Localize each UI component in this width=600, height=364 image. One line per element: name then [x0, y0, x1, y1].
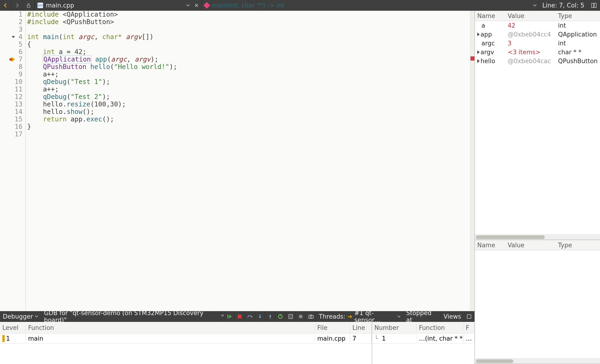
line-number[interactable]: 6 [19, 48, 22, 56]
restart-button[interactable] [275, 311, 286, 322]
nav-back-button[interactable] [0, 0, 11, 11]
watch-header-name[interactable]: Name [475, 242, 505, 249]
expand-icon[interactable] [477, 59, 480, 63]
code-editor[interactable]: 1234567891011121314151617 #include <QApp… [0, 11, 475, 311]
debug-log-button[interactable] [285, 311, 296, 322]
line-number[interactable]: 7 [19, 56, 22, 63]
threads-section[interactable]: Threads: ➔ #1 qt-sensor… [316, 311, 403, 322]
locals-row[interactable]: a42int [475, 21, 600, 30]
lock-button[interactable] [23, 0, 34, 11]
cpp-file-icon: c++ [38, 3, 43, 8]
stop-button[interactable] [235, 311, 245, 322]
debugger-title-section[interactable]: Debugger [0, 311, 41, 322]
locals-row[interactable]: hello@0xbeb04cacQPushButton [475, 57, 600, 65]
locals-header-type[interactable]: Type [556, 12, 600, 19]
locals-row[interactable]: argc3int [475, 39, 600, 48]
stack-body[interactable]: 1mainmain.cpp7 [0, 334, 372, 343]
function-selector[interactable]: main(int, char **) -> int [202, 0, 531, 11]
svg-rect-3 [227, 315, 228, 318]
locals-row[interactable]: argv<3 items>char * * [475, 48, 600, 57]
code-line[interactable]: int main(int argc, char* argv[]) [27, 33, 470, 41]
stack-header-function[interactable]: Function [26, 324, 315, 331]
line-number[interactable]: 13 [15, 100, 22, 108]
code-line[interactable]: qDebug("Test 1"); [27, 78, 470, 86]
line-number[interactable]: 9 [19, 71, 22, 78]
breakpoint-current-marker[interactable] [12, 57, 15, 62]
watch-header-value[interactable]: Value [505, 242, 556, 249]
code-line[interactable]: a++; [27, 71, 470, 78]
line-number[interactable]: 12 [15, 93, 22, 100]
function-dropdown[interactable] [531, 0, 538, 11]
code-line[interactable]: hello.show(); [27, 108, 470, 116]
step-into-button[interactable] [255, 311, 265, 322]
breakpoints-header: Number Function F [372, 322, 475, 334]
step-out-button[interactable] [265, 311, 275, 322]
code-line[interactable]: #include <QApplication> [27, 11, 470, 18]
var-type: int [556, 22, 600, 29]
line-number[interactable]: 15 [15, 116, 22, 123]
line-number[interactable]: 2 [19, 18, 22, 26]
code-line[interactable]: { [27, 41, 470, 48]
step-over-button[interactable] [245, 311, 255, 322]
editor-overview-ruler[interactable] [470, 11, 475, 311]
bp-header-number[interactable]: Number [372, 324, 417, 331]
var-type: char * * [556, 49, 600, 56]
debugger-target-section[interactable]: GDB for "qt-sensor-demo (on STM32MP15 Di… [41, 311, 221, 322]
breakpoint-row[interactable]: └1…(int, char * *)… [372, 334, 475, 343]
locals-row[interactable]: app@0xbeb04cc4QApplication [475, 30, 600, 39]
code-line[interactable]: QPushButton hello("Hello world!"); [27, 63, 470, 71]
stack-header-line[interactable]: Line [350, 324, 372, 331]
locals-header-name[interactable]: Name [475, 12, 505, 19]
editor-code-area[interactable]: #include <QApplication>#include <QPushBu… [26, 11, 470, 311]
bp-header-rest[interactable]: F [463, 324, 475, 331]
split-editor-button[interactable] [588, 0, 600, 11]
line-number[interactable]: 8 [19, 63, 22, 71]
code-line[interactable]: } [27, 123, 470, 130]
views-button[interactable]: Views [441, 311, 464, 322]
line-number[interactable]: 3 [19, 26, 22, 33]
stack-header-level[interactable]: Level [0, 324, 26, 331]
code-line[interactable]: QApplication app(argc, argv); [27, 56, 470, 63]
editor-gutter[interactable]: 1234567891011121314151617 [0, 11, 26, 311]
code-line[interactable]: hello.resize(100,30); [27, 100, 470, 108]
continue-button[interactable] [224, 311, 235, 322]
file-tab-dropdown[interactable] [185, 0, 192, 11]
record-button[interactable] [296, 311, 306, 322]
file-tab[interactable]: c++ main.cpp [35, 0, 185, 11]
code-line[interactable] [27, 130, 470, 138]
debugger-target-dropdown[interactable] [221, 311, 224, 322]
code-line[interactable] [27, 26, 470, 33]
locals-body[interactable]: a42intapp@0xbeb04cc4QApplicationargc3int… [475, 21, 600, 234]
line-number[interactable]: 10 [15, 78, 22, 86]
stack-header-file[interactable]: File [315, 324, 350, 331]
code-line[interactable]: int a = 42; [27, 48, 470, 56]
line-number[interactable]: 11 [15, 86, 22, 93]
code-line[interactable]: a++; [27, 86, 470, 93]
line-number[interactable]: 17 [15, 130, 22, 138]
breakpoints-body[interactable]: └1…(int, char * *)… [372, 334, 475, 343]
watch-body[interactable] [475, 250, 600, 358]
code-line[interactable]: qDebug("Test 2"); [27, 93, 470, 100]
line-number[interactable]: 16 [15, 123, 22, 130]
line-number[interactable]: 4 [19, 33, 22, 41]
watch-hscrollbar[interactable] [475, 358, 600, 364]
bp-header-function[interactable]: Function [417, 324, 463, 331]
code-line[interactable]: return app.exec(); [27, 116, 470, 123]
line-number[interactable]: 1 [19, 11, 22, 18]
svg-point-11 [299, 315, 303, 318]
code-line[interactable]: #include <QPushButton> [27, 18, 470, 26]
snapshot-button[interactable] [306, 311, 316, 322]
stack-row[interactable]: 1mainmain.cpp7 [0, 334, 372, 343]
fold-toggle-icon[interactable] [12, 36, 15, 38]
locals-header-value[interactable]: Value [505, 12, 556, 19]
line-number[interactable]: 14 [15, 108, 22, 116]
file-tab-close[interactable] [192, 0, 201, 11]
line-number[interactable]: 5 [19, 41, 22, 48]
maximize-button[interactable] [464, 311, 475, 322]
expand-icon[interactable] [477, 33, 480, 36]
locals-hscrollbar[interactable] [475, 234, 600, 240]
thread-arrow-icon: ➔ [347, 313, 352, 320]
expand-icon[interactable] [477, 50, 480, 54]
watch-header-type[interactable]: Type [556, 242, 600, 249]
nav-forward-button[interactable] [11, 0, 23, 11]
